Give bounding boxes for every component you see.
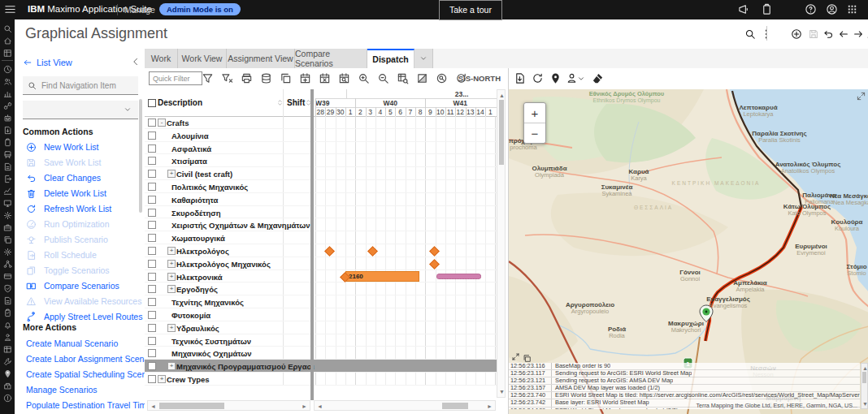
table-row[interactable]: +Ηλεκτρολόγος Μηχανικός [145, 257, 497, 270]
home-icon[interactable] [3, 37, 12, 45]
zoom-in-icon[interactable] [358, 72, 370, 84]
table-row[interactable]: Χτισίματα [145, 154, 497, 167]
data-stack-icon[interactable] [260, 72, 272, 84]
admin-mode-badge[interactable]: Admin Mode is on [159, 3, 241, 15]
admin-user-icon[interactable] [3, 333, 12, 342]
expand-toggle[interactable]: + [167, 273, 176, 281]
topbar-menu-manage[interactable]: Manage [124, 5, 155, 15]
copy-icon[interactable] [3, 235, 12, 244]
map-pin-icon[interactable] [549, 72, 562, 84]
gear-icon[interactable] [3, 248, 12, 257]
table-row[interactable]: +Μηχανικός Προγραμματισμού Εργασι [145, 360, 497, 373]
map-expand-icon[interactable] [857, 92, 866, 101]
select-all-checkbox[interactable] [148, 99, 156, 107]
table-row[interactable]: +Ηλεκτρολόγος [145, 244, 497, 257]
tab-compare-scenarios[interactable]: Compare Scenarios [295, 49, 367, 68]
alert-icon[interactable] [3, 394, 12, 403]
table-row[interactable]: Αλουμίνια [145, 129, 497, 142]
zoom-in-button[interactable]: + [524, 103, 545, 123]
schedule-remove-icon[interactable] [319, 72, 331, 84]
shift-column-header[interactable]: Shift [287, 98, 305, 107]
take-a-tour-button[interactable]: Take a tour [439, 0, 502, 20]
monitor-icon[interactable] [3, 199, 12, 208]
table-row[interactable]: Τεχνίτης Μηχανικός [145, 295, 497, 308]
network-icon[interactable] [3, 260, 12, 269]
row-checkbox[interactable] [148, 170, 156, 178]
expand-toggle[interactable]: + [167, 324, 176, 332]
users-icon[interactable] [3, 77, 12, 86]
clear-routes-icon[interactable] [592, 72, 604, 84]
nav-scrollbar[interactable] [139, 99, 142, 213]
document-icon[interactable] [3, 296, 12, 305]
tab-work-view[interactable]: Work View [178, 49, 227, 68]
recent-icon[interactable] [3, 65, 12, 74]
tab-overflow[interactable] [414, 49, 433, 68]
expand-toggle[interactable]: + [167, 170, 176, 178]
schedule-find-icon[interactable] [338, 72, 350, 84]
zoom-out-button[interactable]: − [524, 123, 545, 143]
print-icon[interactable] [241, 72, 253, 84]
list-view-back-link[interactable]: List View [23, 58, 72, 67]
tab-dispatch[interactable]: Dispatch [367, 49, 414, 68]
resize-arrows-icon[interactable] [511, 352, 520, 361]
action-new-work-list[interactable]: New Work List [26, 140, 99, 154]
menu-icon[interactable] [4, 3, 16, 15]
row-checkbox[interactable] [148, 349, 156, 357]
table-row[interactable]: Μηχανικός Οχημάτων [145, 347, 497, 360]
bar-chart-icon[interactable] [3, 89, 12, 98]
refresh-icon[interactable] [455, 72, 467, 84]
more-action-link[interactable]: Manage Scenarios [26, 382, 98, 397]
expand-toggle[interactable]: + [167, 285, 176, 293]
user-account-icon[interactable] [826, 3, 838, 15]
clipboard-icon[interactable] [761, 3, 773, 15]
copy-log-icon[interactable] [523, 354, 532, 363]
back-arrow-icon[interactable] [838, 28, 849, 40]
robot-icon[interactable] [3, 114, 12, 123]
action-delete-work-list[interactable]: Delete Work List [26, 186, 106, 201]
app-switcher-icon[interactable] [846, 3, 858, 15]
line-chart-icon[interactable] [3, 187, 12, 196]
expand-toggle[interactable]: + [158, 375, 166, 383]
map-canvas[interactable]: 1 Εθνικός Δρυμός ΟλύμπουEthnikos Drymos … [509, 89, 868, 414]
row-checkbox[interactable] [148, 337, 156, 345]
action-compare-scenarios[interactable]: Compare Scenarios [26, 278, 119, 293]
action-clear-changes[interactable]: Clear Changes [26, 170, 101, 185]
schedule-add-icon[interactable] [299, 72, 311, 84]
expand-toggle[interactable]: + [167, 362, 176, 370]
row-checkbox[interactable] [148, 311, 156, 319]
forward-arrow-icon[interactable] [853, 28, 864, 40]
assignment-bar[interactable] [436, 274, 481, 279]
row-checkbox[interactable] [148, 260, 156, 268]
chevron-down-icon[interactable] [577, 75, 585, 83]
add-circle-icon[interactable] [791, 28, 802, 40]
row-checkbox[interactable] [148, 221, 156, 229]
map-pin-icon[interactable] [3, 369, 12, 378]
find-resource-icon[interactable] [397, 72, 409, 84]
work-bar[interactable]: 2160 [345, 271, 419, 282]
table-row[interactable]: Πολιτικός Μηχανικός [145, 180, 497, 193]
zoom-out-icon[interactable] [377, 72, 389, 84]
undo-icon[interactable] [822, 28, 834, 40]
row-checkbox[interactable] [148, 375, 156, 383]
clipboard-icon[interactable] [3, 138, 12, 147]
expand-toggle[interactable]: + [167, 247, 176, 255]
asset-icon[interactable] [3, 382, 12, 390]
quick-filter-input[interactable]: Quick Filter [149, 71, 202, 85]
tab-assignment-view[interactable]: Assignment View [227, 49, 295, 68]
card-icon[interactable] [3, 272, 12, 281]
nav-filter-dropdown[interactable] [23, 101, 138, 119]
link-icon[interactable] [3, 101, 12, 110]
action-apply-street-level-routes[interactable]: Apply Street Level Routes [26, 309, 142, 324]
table-row[interactable]: Χωματουργικά [145, 231, 497, 244]
export-icon[interactable] [3, 126, 12, 135]
more-action-link[interactable]: Create Spatial Scheduling Scen... [26, 367, 154, 382]
dispatcher-user-icon[interactable] [566, 72, 578, 84]
table-row[interactable]: Καθαριότητα [145, 193, 497, 206]
table-row[interactable]: +Εργοδηγός [145, 282, 497, 295]
row-checkbox[interactable] [148, 298, 156, 306]
row-checkbox[interactable] [148, 273, 156, 281]
column-split-handle[interactable] [310, 89, 314, 400]
description-column-header[interactable]: Description [158, 98, 202, 107]
row-checkbox[interactable] [148, 247, 156, 255]
row-checkbox[interactable] [148, 285, 156, 293]
